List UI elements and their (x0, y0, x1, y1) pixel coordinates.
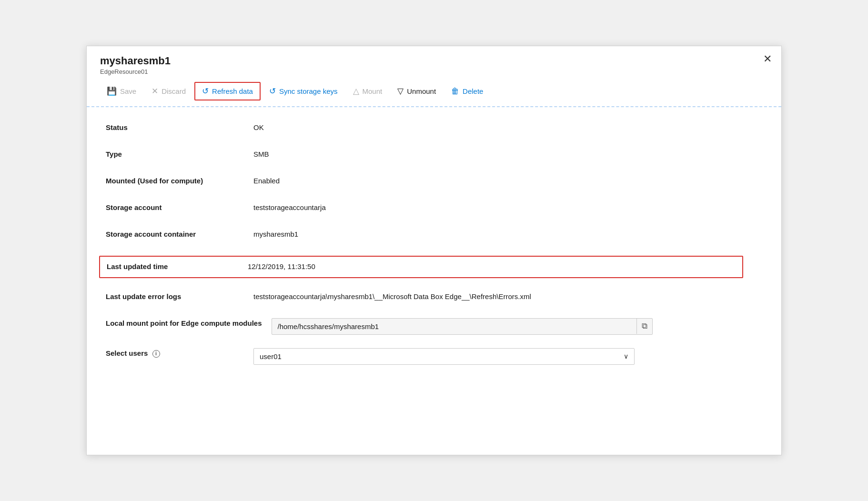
delete-label: Delete (463, 87, 483, 95)
last-updated-value: 12/12/2019, 11:31:50 (248, 261, 736, 272)
storage-account-row: Storage account teststorageaccountarja (106, 202, 762, 216)
status-label: Status (106, 122, 253, 133)
mount-point-input-wrap: ⧉ (272, 318, 653, 335)
copy-mount-point-button[interactable]: ⧉ (636, 319, 652, 334)
last-updated-label: Last updated time (107, 261, 248, 272)
mount-point-label: Local mount point for Edge compute modul… (106, 318, 272, 329)
panel-header: mysharesmb1 EdgeResource01 (87, 46, 781, 77)
content-area: Status OK Type SMB Mounted (Used for com… (87, 107, 781, 393)
mount-button[interactable]: △ Mount (346, 83, 389, 100)
error-logs-value: teststorageaccountarja\mysharesmb1\__Mic… (253, 291, 762, 302)
mount-label: Mount (363, 87, 383, 95)
storage-container-row: Storage account container mysharesmb1 (106, 229, 762, 242)
unmount-button[interactable]: ▽ Unmount (391, 83, 443, 100)
type-value: SMB (253, 149, 762, 160)
last-updated-row: Last updated time 12/12/2019, 11:31:50 (99, 256, 743, 278)
storage-container-label: Storage account container (106, 229, 253, 240)
mount-point-input[interactable] (272, 319, 636, 334)
select-users-dropdown[interactable]: user01 (254, 349, 618, 364)
delete-icon: 🗑 (451, 87, 459, 96)
sync-button[interactable]: ↺ Sync storage keys (262, 83, 344, 100)
chevron-down-icon: ∨ (618, 350, 634, 363)
save-label: Save (120, 87, 136, 95)
discard-icon: ✕ (151, 86, 158, 96)
sync-label: Sync storage keys (279, 87, 338, 95)
select-users-row: Select users i user01 ∨ (106, 348, 762, 365)
storage-account-value: teststorageaccountarja (253, 202, 762, 213)
discard-button[interactable]: ✕ Discard (145, 83, 192, 100)
mount-point-row: Local mount point for Edge compute modul… (106, 318, 762, 335)
panel-subtitle: EdgeResource01 (100, 68, 768, 75)
mounted-label: Mounted (Used for compute) (106, 176, 253, 187)
storage-account-label: Storage account (106, 202, 253, 213)
storage-container-value: mysharesmb1 (253, 229, 762, 240)
error-logs-row: Last update error logs teststorageaccoun… (106, 291, 762, 305)
close-button[interactable]: ✕ (763, 54, 772, 64)
sync-icon: ↺ (269, 86, 276, 96)
save-button[interactable]: 💾 Save (100, 83, 143, 100)
detail-panel: mysharesmb1 EdgeResource01 ✕ 💾 Save ✕ Di… (86, 46, 782, 455)
refresh-icon: ↺ (202, 86, 209, 96)
select-users-wrap: user01 ∨ (253, 348, 635, 365)
type-row: Type SMB (106, 149, 762, 162)
select-users-info-icon[interactable]: i (152, 350, 160, 358)
save-icon: 💾 (107, 86, 117, 96)
type-label: Type (106, 149, 253, 160)
status-row: Status OK (106, 122, 762, 136)
refresh-button[interactable]: ↺ Refresh data (194, 82, 261, 100)
mounted-value: Enabled (253, 176, 762, 187)
unmount-label: Unmount (407, 87, 436, 95)
error-logs-label: Last update error logs (106, 291, 253, 302)
toolbar: 💾 Save ✕ Discard ↺ Refresh data ↺ Sync s… (87, 77, 781, 107)
mounted-row: Mounted (Used for compute) Enabled (106, 176, 762, 189)
select-users-label: Select users i (106, 348, 253, 359)
delete-button[interactable]: 🗑 Delete (444, 83, 490, 100)
discard-label: Discard (161, 87, 186, 95)
status-value: OK (253, 122, 762, 133)
mount-icon: △ (353, 86, 359, 96)
refresh-label: Refresh data (212, 87, 253, 95)
panel-title: mysharesmb1 (100, 55, 768, 67)
unmount-icon: ▽ (397, 86, 404, 96)
